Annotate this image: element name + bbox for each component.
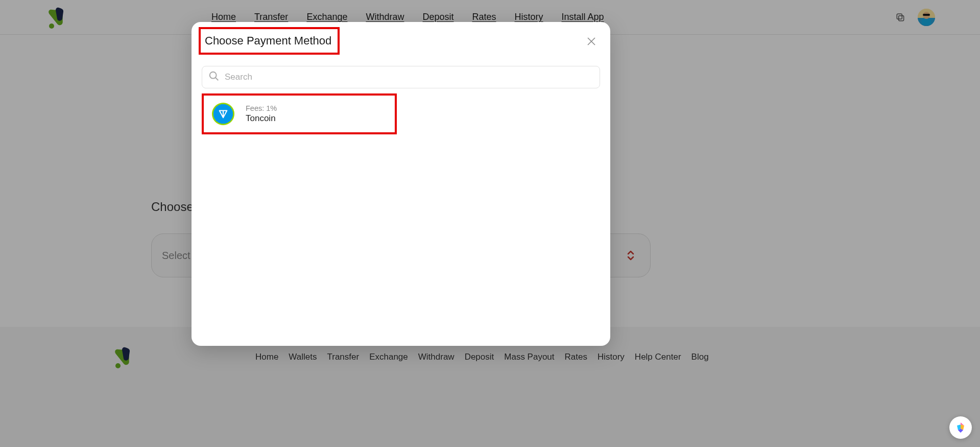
fab-icon (954, 421, 967, 434)
modal-title-highlight: Choose Payment Method (199, 27, 340, 55)
svg-point-11 (210, 72, 217, 79)
close-icon (587, 37, 596, 46)
payment-method-name: Toncoin (246, 113, 277, 124)
modal-title: Choose Payment Method (201, 34, 331, 48)
close-button[interactable] (583, 33, 600, 52)
svg-line-12 (216, 78, 219, 81)
payment-method-modal: Choose Payment Method (192, 22, 610, 346)
search-icon (208, 70, 220, 84)
payment-method-item-toncoin[interactable]: Fees: 1% Toncoin (210, 103, 389, 125)
help-fab[interactable] (949, 416, 972, 439)
payment-method-fees: Fees: 1% (246, 104, 277, 112)
payment-method-highlight: Fees: 1% Toncoin (202, 93, 397, 134)
search-field[interactable] (202, 66, 600, 88)
toncoin-icon (212, 103, 234, 125)
search-input[interactable] (225, 72, 593, 82)
